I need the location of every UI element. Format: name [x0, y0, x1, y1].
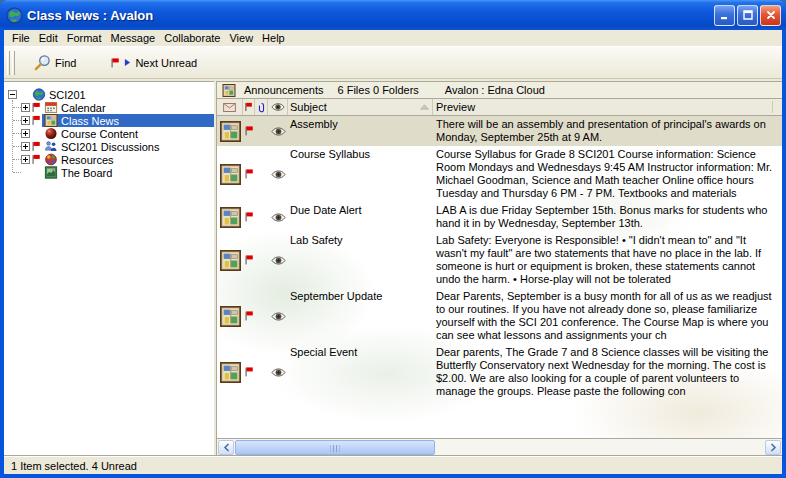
tree-item-label: Resources: [59, 154, 116, 166]
unread-flag-icon: [30, 154, 42, 165]
column-preview[interactable]: Preview: [433, 99, 782, 115]
window-title: Class News : Avalon: [27, 8, 712, 23]
tree-item-body: SCI201: [30, 88, 214, 101]
message-row-course-syllabus[interactable]: Course SyllabusCourse Syllabus for Grade…: [217, 146, 782, 202]
tree-item-course-content[interactable]: Course Content: [4, 127, 214, 140]
tree-item-body: SCI201 Discussions: [42, 140, 214, 153]
unread-flag-icon: [30, 102, 42, 113]
next-unread-button[interactable]: Next Unread: [105, 54, 202, 72]
status-text: 1 Item selected. 4 Unread: [11, 460, 137, 472]
close-button[interactable]: [760, 5, 781, 26]
expand-box-icon[interactable]: [21, 142, 30, 151]
message-subject: Assembly: [288, 116, 433, 146]
message-subject: Special Event: [288, 344, 433, 400]
conference-tree: SCI201CalendarClass NewsCourse ContentSC…: [4, 81, 214, 455]
unread-flag-icon: [30, 115, 42, 126]
message-row-september-update[interactable]: September UpdateDear Parents, September …: [217, 288, 782, 344]
attachment-slot: [255, 288, 268, 344]
menu-bar: FileEditFormatMessageCollaborateViewHelp: [4, 30, 782, 47]
paperclip-icon: [258, 102, 265, 113]
message-subject: Lab Safety: [288, 232, 433, 288]
file-folder-counts: 6 Files 0 Folders: [338, 84, 419, 96]
unread-flag-icon: [243, 116, 255, 146]
tree-item-sci201-discussions[interactable]: SCI201 Discussions: [4, 140, 214, 153]
menu-format[interactable]: Format: [67, 31, 111, 46]
header-end-separator: [772, 101, 773, 113]
message-preview: There will be an assembly and presentati…: [433, 116, 782, 146]
attachment-slot: [255, 232, 268, 288]
attachment-slot: [255, 202, 268, 232]
message-preview: LAB A is due Friday September 15th. Bonu…: [433, 202, 782, 232]
message-row-lab-safety[interactable]: Lab SafetyLab Safety: Everyone is Respon…: [217, 232, 782, 288]
message-preview: Course Syllabus for Grade 8 SCI201 Cours…: [433, 146, 782, 202]
tree-item-label: SCI201 Discussions: [59, 141, 161, 153]
announcements-icon: [222, 84, 236, 97]
column-envelope[interactable]: [217, 99, 243, 115]
globe-icon: [31, 88, 47, 101]
tree-item-body: Course Content: [42, 127, 214, 140]
scroll-left-button[interactable]: [218, 440, 234, 455]
message-row-assembly[interactable]: AssemblyThere will be an assembly and pr…: [217, 116, 782, 146]
toolbar-grip-2[interactable]: [12, 51, 15, 75]
tree-connector: [12, 100, 13, 172]
arrow-right-icon: [124, 58, 131, 67]
tree-connector: [13, 146, 21, 147]
message-subject: Due Date Alert: [288, 202, 433, 232]
expand-box-icon[interactable]: [21, 129, 30, 138]
menu-file[interactable]: File: [12, 31, 39, 46]
column-flag[interactable]: [243, 99, 255, 115]
palette-icon: [43, 153, 59, 166]
message-preview: Dear parents, The Grade 7 and 8 Science …: [433, 344, 782, 400]
tree-item-calendar[interactable]: Calendar: [4, 101, 214, 114]
conference-info-bar: Announcements 6 Files 0 Folders Avalon :…: [217, 82, 782, 99]
attachment-slot: [255, 116, 268, 146]
tree-item-body: Resources: [42, 153, 214, 166]
tree-item-label: SCI201: [47, 89, 88, 101]
magnifier-icon: [34, 54, 51, 71]
collapse-box-icon[interactable]: [8, 90, 17, 99]
menu-message[interactable]: Message: [111, 31, 165, 46]
tree-connector: [13, 172, 21, 173]
unread-flag-icon: [243, 146, 255, 202]
expand-box-icon[interactable]: [21, 116, 30, 125]
people-icon: [43, 140, 59, 153]
status-bar: 1 Item selected. 4 Unread: [4, 455, 782, 474]
expand-box-icon[interactable]: [21, 103, 30, 112]
tree-item-sci201[interactable]: SCI201: [4, 88, 214, 101]
tree-connector: [13, 107, 21, 108]
message-row-special-event[interactable]: Special EventDear parents, The Grade 7 a…: [217, 344, 782, 400]
find-button[interactable]: Find: [29, 51, 81, 74]
column-attachment[interactable]: [255, 99, 268, 115]
minimize-button[interactable]: [714, 5, 735, 26]
calendar-icon: [43, 101, 59, 114]
column-header: Subject Preview: [217, 99, 782, 116]
tree-item-resources[interactable]: Resources: [4, 153, 214, 166]
menu-view[interactable]: View: [229, 31, 262, 46]
menu-edit[interactable]: Edit: [39, 31, 67, 46]
message-row-due-date-alert[interactable]: Due Date AlertLAB A is due Friday Septem…: [217, 202, 782, 232]
bulletin-board-icon: [217, 116, 243, 146]
message-list: AssemblyThere will be an assembly and pr…: [217, 116, 782, 438]
conference-name: Announcements: [244, 84, 324, 96]
scrollbar-thumb[interactable]: [235, 440, 435, 455]
tree-item-the-board[interactable]: The Board: [4, 166, 214, 179]
painting-icon: [43, 166, 59, 179]
sort-ascending-icon: [420, 104, 429, 110]
horizontal-scrollbar[interactable]: [217, 438, 782, 455]
unread-flag-icon: [243, 202, 255, 232]
column-read[interactable]: [268, 99, 288, 115]
tree-connector: [13, 133, 21, 134]
tree-item-class-news[interactable]: Class News: [4, 114, 214, 127]
bulletin-board-icon: [217, 232, 243, 288]
unread-flag-icon: [243, 344, 255, 400]
toolbar-grip[interactable]: [7, 51, 10, 75]
menu-help[interactable]: Help: [262, 31, 294, 46]
expand-box-icon[interactable]: [21, 155, 30, 164]
tree-item-body: The Board: [42, 166, 214, 179]
menu-collaborate[interactable]: Collaborate: [164, 31, 229, 46]
tree-item-label: Calendar: [59, 102, 108, 114]
column-subject[interactable]: Subject: [288, 99, 433, 115]
maximize-button[interactable]: [737, 5, 758, 26]
envelope-icon: [223, 103, 236, 112]
scroll-right-button[interactable]: [765, 440, 781, 455]
